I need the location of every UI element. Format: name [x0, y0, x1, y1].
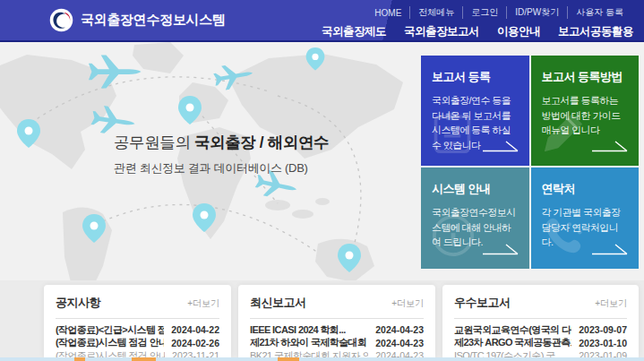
card-contacts[interactable]: 연락처 각 기관별 국외출장 담당자 연락처입니다. [531, 168, 640, 269]
more-link[interactable]: +더보기 [595, 297, 627, 310]
nav-item-trip-report[interactable]: 국외출장보고서 [404, 24, 479, 39]
list-item[interactable]: (작업종료)<긴급>시스템 점검 안...2024-04-22 [56, 323, 219, 336]
list-item[interactable]: 제23차 ARGO 국제공동관측프로...2023-01-10 [454, 337, 627, 349]
list-item[interactable]: (작업종료)시스템 점검 안내(11...2023-11-21 [56, 349, 219, 357]
divider [454, 318, 627, 319]
utility-login[interactable]: 로그인 [462, 6, 506, 19]
item-date: 2024-04-23 [375, 324, 424, 335]
header: 국외출장연수정보시스템 HOME 전체메뉴 로그인 ID/PW찾기 사용자 등록… [0, 0, 644, 42]
divider [250, 318, 424, 319]
list-item[interactable]: IEEE ICASI 2024 학회...2024-04-23 [250, 323, 424, 336]
page: 국외출장연수정보시스템 HOME 전체메뉴 로그인 ID/PW찾기 사용자 등록… [0, 0, 644, 361]
item-title: IEEE ICASI 2024 학회... [250, 323, 368, 337]
panel-title: 우수보고서 [454, 295, 511, 311]
more-link[interactable]: +더보기 [391, 297, 424, 310]
item-title: 제21차 하와이 국제학술대회 참석... [250, 336, 368, 349]
panel-head: 우수보고서 +더보기 [454, 295, 627, 311]
info-icon [431, 213, 476, 258]
arrow-icon [482, 243, 519, 256]
item-title: ISO/TC 197(수소기술) 국... [454, 349, 571, 358]
footer-accent-segment [132, 357, 156, 361]
item-date: 2024-04-23 [375, 350, 424, 357]
list-item[interactable]: ISO/TC 197(수소기술) 국...2023-01-09 [454, 349, 627, 357]
hero-title-prefix: 공무원들의 [114, 133, 194, 151]
card-system-guide[interactable]: 시스템 안내 국외출장연수정보시스템에 대해 안내하여 드립니다. [421, 168, 529, 269]
arrow-icon [482, 140, 519, 153]
card-report-register[interactable]: 보고서 등록 국외출장/연수 등을 다녀온 뒤 보고서를 시스템에 등록 하실 … [421, 56, 529, 166]
utility-find-idpw[interactable]: ID/PW찾기 [506, 6, 567, 19]
hero-text: 공무원들의 국외출장 / 해외연수 관련 최신정보 결과 데이터베이스 (DB) [114, 132, 329, 176]
panel-head: 최신보고서 +더보기 [250, 295, 424, 311]
site-title: 국외출장연수정보시스템 [81, 12, 226, 29]
panel-latest-reports: 최신보고서 +더보기 IEEE ICASI 2024 학회...2024-04-… [238, 285, 435, 357]
gov-emblem-icon [49, 8, 73, 32]
nav-item-trip-policy[interactable]: 국외출장제도 [322, 24, 386, 39]
list-item[interactable]: 교원국외교육연수(영국의 다양성 포...2023-09-07 [454, 323, 627, 336]
panel-best-reports: 우수보고서 +더보기 교원국외교육연수(영국의 다양성 포...2023-09-… [442, 285, 639, 357]
item-date: 2023-01-10 [579, 338, 627, 348]
more-link[interactable]: +더보기 [187, 297, 219, 310]
panel-title: 공지사항 [56, 295, 100, 311]
card-title: 연락처 [542, 181, 629, 197]
phone-icon [541, 213, 586, 258]
list-item[interactable]: (작업종료)시스템 점검 안내(2....2024-02-26 [56, 337, 219, 349]
footer-accent-segment [278, 357, 299, 361]
item-date: 2023-01-09 [579, 350, 627, 357]
utility-menu: HOME 전체메뉴 로그인 ID/PW찾기 사용자 등록 [366, 6, 631, 19]
item-date: 2024-04-22 [171, 324, 219, 335]
card-report-howto[interactable]: 보고서 등록방법 보고서를 등록하는 방법에 대한 가이드 매뉴얼 입니다 [531, 56, 640, 166]
arrow-icon [591, 243, 629, 256]
utility-home[interactable]: HOME [366, 8, 409, 18]
item-title: (작업종료)시스템 점검 안내(2.... [56, 336, 164, 349]
item-title: 제23차 ARGO 국제공동관측프로... [454, 336, 571, 349]
item-title: BK21 국제학술대회 지원자 인솔... [250, 349, 368, 358]
arrow-icon [591, 140, 629, 153]
item-date: 2024-04-23 [375, 338, 424, 348]
list-item[interactable]: BK21 국제학술대회 지원자 인솔...2024-04-23 [250, 349, 424, 357]
pencil-icon [541, 110, 586, 155]
item-title: (작업종료)<긴급>시스템 점검 안... [56, 323, 164, 337]
footer-strip [0, 357, 644, 361]
hero-title: 공무원들의 국외출장 / 해외연수 [114, 132, 329, 153]
main-nav: 국외출장제도 국외출장보고서 이용안내 보고서공동활용 [322, 24, 633, 39]
item-title: (작업종료)시스템 점검 안내(11... [56, 349, 165, 358]
panel-title: 최신보고서 [250, 295, 306, 311]
site-logo[interactable]: 국외출장연수정보시스템 [49, 8, 226, 32]
panel-notices: 공지사항 +더보기 (작업종료)<긴급>시스템 점검 안...2024-04-2… [44, 285, 231, 357]
item-date: 2023-11-21 [172, 350, 219, 357]
card-title: 시스템 안내 [432, 181, 519, 197]
hero-subtitle: 관련 최신정보 결과 데이터베이스 (DB) [114, 160, 329, 176]
card-title: 보고서 등록방법 [542, 69, 629, 85]
panel-head: 공지사항 +더보기 [56, 295, 219, 311]
card-title: 보고서 등록 [432, 69, 519, 85]
item-title: 교원국외교육연수(영국의 다양성 포... [454, 323, 571, 337]
nav-item-guide[interactable]: 이용안내 [497, 24, 540, 39]
quick-cards: 보고서 등록 국외출장/연수 등을 다녀온 뒤 보고서를 시스템에 등록 하실 … [421, 56, 639, 269]
utility-sitemap[interactable]: 전체메뉴 [409, 6, 462, 19]
hero-title-bold: 국외출장 / 해외연수 [194, 133, 329, 151]
utility-register[interactable]: 사용자 등록 [567, 6, 631, 19]
clipboard-icon [431, 110, 474, 155]
footer-accent-segment [74, 357, 85, 361]
divider [56, 318, 219, 319]
item-date: 2024-02-26 [171, 338, 219, 348]
nav-item-report-sharing[interactable]: 보고서공동활용 [558, 24, 633, 39]
list-item[interactable]: 제21차 하와이 국제학술대회 참석...2024-04-23 [250, 337, 424, 349]
item-date: 2023-09-07 [579, 324, 627, 335]
